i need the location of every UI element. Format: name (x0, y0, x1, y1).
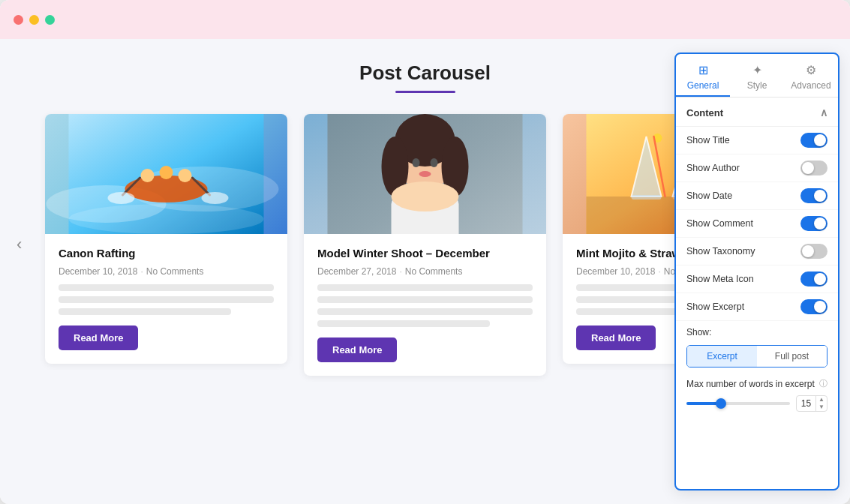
general-icon: ⊞ (698, 63, 708, 77)
show-title-label: Show Title (686, 135, 730, 146)
card-rafting-body: Canon Rafting December 10, 2018 · No Com… (45, 234, 287, 364)
svg-rect-25 (632, 195, 662, 200)
svg-point-11 (202, 192, 229, 204)
show-taxonomy-label: Show Taxonomy (686, 246, 755, 256)
slider-row: 15 ▲ ▼ (676, 392, 838, 419)
slider-value: 15 ▲ ▼ (796, 395, 827, 412)
toggle-knob (814, 273, 826, 285)
card-cocktail-date: December 10, 2018 (576, 266, 655, 277)
card-model-image (304, 114, 546, 234)
card-model-meta: December 27, 2018 · No Comments (317, 266, 533, 277)
show-date-label: Show Date (686, 190, 732, 201)
tab-advanced[interactable]: ⚙ Advanced (784, 54, 838, 97)
toggle-knob (814, 218, 826, 230)
svg-point-7 (179, 169, 192, 182)
tab-advanced-label: Advanced (791, 80, 830, 91)
advanced-icon: ⚙ (806, 63, 816, 77)
slider-fill (686, 402, 717, 405)
row-show-author: Show Author (676, 154, 838, 182)
svg-point-21 (392, 182, 459, 212)
slider-thumb[interactable] (716, 398, 726, 409)
svg-point-17 (413, 158, 420, 167)
card-model-comments: No Comments (405, 266, 463, 277)
card-rafting-image (45, 114, 287, 234)
card-cocktail-read-more[interactable]: Read More (576, 326, 656, 350)
card-line (59, 296, 274, 303)
card-line (59, 308, 231, 315)
tab-general-label: General (687, 80, 719, 91)
browser-window: Post Carousel ‹ (0, 0, 850, 504)
card-rafting-dot: · (140, 266, 143, 277)
main-area: Post Carousel ‹ (0, 39, 850, 504)
show-author-label: Show Author (686, 163, 740, 173)
row-show-meta-icon: Show Meta Icon (676, 266, 838, 293)
panel-content: Content ∧ Show Title Show Author (676, 98, 838, 489)
browser-topbar (0, 0, 850, 39)
slider-track[interactable] (686, 402, 790, 405)
section-collapse-icon[interactable]: ∧ (820, 106, 827, 118)
max-words-label: Max number of words in excerpt (686, 379, 815, 389)
tab-style[interactable]: ✦ Style (730, 54, 784, 97)
carousel-underline (395, 91, 455, 93)
card-model-title: Model Winter Shoot – December (317, 246, 533, 261)
dot-red (14, 15, 23, 25)
show-comment-label: Show Comment (686, 218, 753, 229)
prev-arrow[interactable]: ‹ (17, 235, 22, 254)
card-rafting-comments: No Comments (146, 266, 204, 277)
card-cocktail-dot: · (658, 266, 660, 277)
svg-point-10 (108, 192, 135, 204)
card-line (317, 320, 490, 327)
slider-down-arrow[interactable]: ▼ (816, 404, 827, 411)
svg-point-5 (141, 169, 155, 182)
card-rafting-title: Canon Rafting (59, 246, 274, 261)
card-model: Model Winter Shoot – December December 2… (304, 114, 546, 376)
toggle-knob (802, 245, 814, 257)
info-icon: ⓘ (819, 378, 827, 389)
card-rafting-meta: December 10, 2018 · No Comments (59, 266, 274, 277)
row-show-taxonomy: Show Taxonomy (676, 238, 838, 266)
tab-style-label: Style (747, 80, 767, 91)
card-line (317, 284, 533, 291)
show-taxonomy-toggle[interactable] (800, 244, 827, 259)
show-label: Show: (676, 321, 838, 340)
browser-dots (14, 15, 55, 25)
show-meta-icon-label: Show Meta Icon (686, 274, 754, 284)
section-title: Content (686, 107, 723, 118)
slider-number: 15 (797, 397, 815, 410)
dot-yellow (29, 15, 39, 25)
dot-green (45, 15, 55, 25)
row-show-comment: Show Comment (676, 210, 838, 238)
panel-section-header: Content ∧ (676, 98, 838, 127)
row-show-title: Show Title (676, 127, 838, 154)
card-rafting-excerpt (59, 284, 274, 315)
card-rafting-read-more[interactable]: Read More (59, 326, 138, 350)
show-title-toggle[interactable] (800, 133, 827, 148)
card-model-date: December 27, 2018 (317, 266, 396, 277)
card-line (317, 308, 533, 315)
slider-arrows: ▲ ▼ (815, 396, 827, 411)
show-options: Excerpt Full post (686, 345, 827, 368)
toggle-knob (814, 301, 826, 313)
toggle-knob (802, 162, 814, 174)
card-model-excerpt (317, 284, 533, 327)
toggle-knob (814, 134, 826, 146)
panel-tabs: ⊞ General ✦ Style ⚙ Advanced (676, 54, 838, 98)
show-date-toggle[interactable] (800, 188, 827, 203)
card-line (317, 296, 533, 303)
card-rafting: Canon Rafting December 10, 2018 · No Com… (45, 114, 287, 364)
show-comment-toggle[interactable] (800, 216, 827, 231)
row-show-date: Show Date (676, 182, 838, 210)
show-excerpt-btn[interactable]: Excerpt (687, 346, 757, 367)
card-model-read-more[interactable]: Read More (317, 338, 397, 362)
show-excerpt-toggle[interactable] (800, 299, 827, 314)
svg-point-19 (419, 171, 431, 177)
style-icon: ✦ (752, 63, 762, 77)
tab-general[interactable]: ⊞ General (676, 54, 730, 97)
row-show-excerpt: Show Excerpt (676, 293, 838, 321)
show-full-post-btn[interactable]: Full post (757, 346, 827, 367)
svg-point-6 (160, 166, 173, 179)
show-meta-icon-toggle[interactable] (800, 272, 827, 286)
slider-up-arrow[interactable]: ▲ (816, 396, 827, 404)
show-author-toggle[interactable] (800, 160, 827, 176)
card-line (59, 284, 274, 291)
